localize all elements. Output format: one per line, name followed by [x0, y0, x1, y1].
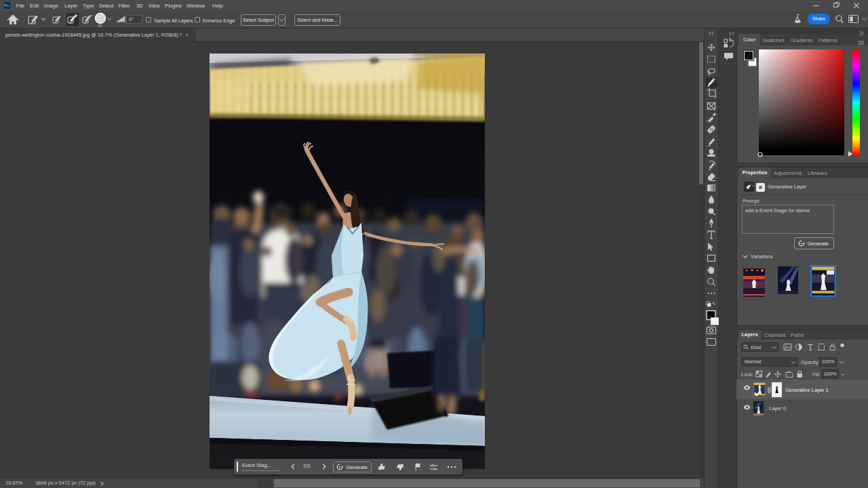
svg-text:30: 30: [98, 24, 102, 28]
